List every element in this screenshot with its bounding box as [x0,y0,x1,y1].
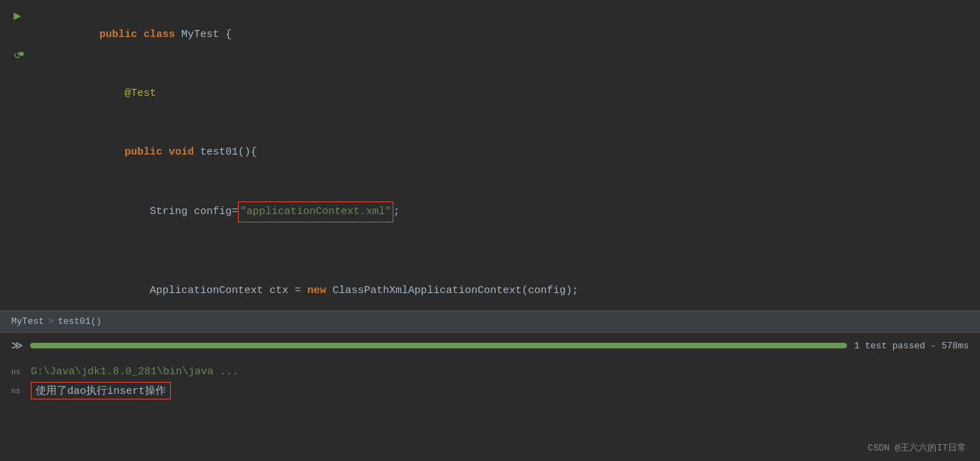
keyword-new: new [307,285,332,297]
test-time: 578ms [941,341,969,351]
console-output-line: ns 使用了dao执行insert操作 [11,382,969,399]
watermark: CSDN @王六六的IT日常 [868,441,966,454]
code-line-empty [49,242,966,262]
console-java-line: ns G:\Java\jdk1.8.0_281\bin\java ... [11,362,969,382]
console-area: ns G:\Java\jdk1.8.0_281\bin\java ... ns … [0,358,980,461]
class-instantiation: ClassPathXmlApplicationContext(config); [332,285,578,297]
editor-gutter: ▶ ↺ [0,0,35,311]
indent: String config= [99,206,238,218]
keyword-public: public [125,146,169,158]
console-output: 使用了dao执行insert操作 [31,382,171,399]
semicolon: ; [393,206,400,218]
string-value: "applicationContext.xml" [240,206,391,218]
breadcrumb-item-method: test01() [58,316,102,327]
keyword-void: void [169,146,200,158]
test-separator: - [930,341,941,351]
java-path: G:\Java\jdk1.8.0_281\bin\java ... [31,362,239,382]
code-editor: ▶ ↺ public class MyTest { @Test public v… [0,0,980,311]
keyword-public: public [99,29,144,41]
bottom-panel: ≫ 1 test passed - 578ms ns G:\Java\jdk1.… [0,332,980,461]
test-result-bar: ≫ 1 test passed - 578ms [0,333,980,358]
ns-label-1: ns [11,368,25,376]
annotation: @Test [125,87,156,99]
highlighted-string: "applicationContext.xml" [238,201,393,222]
test-passed-label: 1 test passed [854,341,925,351]
code-line: public void test01(){ [49,123,966,182]
collapse-icon[interactable]: ≫ [11,339,23,353]
indent [99,87,125,99]
test-progress-bar [30,343,847,348]
rerun-icon[interactable]: ↺ [10,48,24,62]
progress-fill [30,343,847,348]
ns-label-2: ns [11,387,25,395]
breadcrumb-separator: > [48,316,54,327]
code-line: String config="applicationContext.xml"; [49,182,966,242]
indent: ApplicationContext ctx = [99,285,307,297]
code-content: public class MyTest { @Test public void … [35,0,980,311]
breadcrumb-bar: MyTest > test01() [0,311,980,332]
keyword-class: class [144,29,181,41]
run-icon: ▶ [10,8,24,22]
code-line: @Test [49,64,966,123]
indent [99,146,125,158]
main-container: ▶ ↺ public class MyTest { @Test public v… [0,0,980,461]
breadcrumb-item-class: MyTest [11,316,44,327]
classname: MyTest { [181,29,232,41]
code-line: public class MyTest { [49,6,966,64]
method-name: test01(){ [200,146,257,158]
test-status: 1 test passed - 578ms [854,341,969,351]
code-line: ApplicationContext ctx = new ClassPathXm… [49,262,966,311]
